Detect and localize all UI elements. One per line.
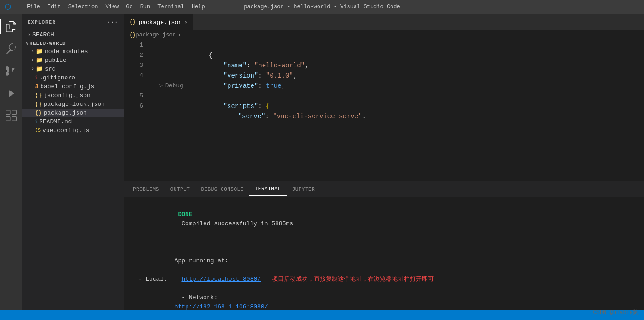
search-arrow-icon: › [28, 32, 30, 37]
sidebar-item-jsconfig[interactable]: {} jsconfig.json [22, 91, 124, 100]
code-line-2: "name": "hello-world", [154, 50, 644, 60]
line-num-debug [127, 81, 143, 91]
main-layout: EXPLORER ··· › SEARCH ∨ HELLO-WORLD › 📁 … [0, 14, 644, 310]
tab-icon: {} [129, 19, 136, 25]
debug-arrow-icon: ▷ [159, 81, 163, 91]
breadcrumb-file: package.json [136, 32, 175, 38]
package-lock-label: package-lock.json [43, 101, 105, 108]
colon: : [258, 72, 266, 79]
code-line-5: "scripts": { [154, 91, 644, 101]
code-line-1: { [154, 40, 644, 50]
sidebar-search-item[interactable]: › SEARCH [22, 30, 124, 40]
tab-jupyter[interactable]: JUPYTER [287, 183, 321, 196]
folder-arrow-icon: › [31, 49, 34, 54]
search-activity-icon[interactable] [0, 38, 22, 60]
indent [209, 82, 223, 90]
sidebar-item-public[interactable]: › 📁 public [22, 56, 124, 65]
title-bar: ⬡ File Edit Selection View Go Run Termin… [0, 0, 644, 14]
comma: , [293, 72, 297, 79]
key-private: "private" [223, 82, 259, 90]
tab-bar: {} package.json ✕ [124, 14, 644, 30]
menu-help[interactable]: Help [188, 2, 209, 12]
breadcrumb-sep: › [178, 32, 181, 38]
sidebar-item-gitignore[interactable]: ℹ .gitignore [22, 73, 124, 82]
key-name: "name" [223, 62, 247, 69]
menu-file[interactable]: File [23, 2, 44, 12]
code-editor[interactable]: 1 2 3 4 5 6 { [124, 40, 644, 181]
colon: : [258, 103, 266, 110]
scripts-brace: { [266, 103, 270, 110]
colon: : [247, 62, 254, 69]
val-version: "0.1.0" [266, 72, 293, 79]
sidebar-header: EXPLORER ··· [22, 14, 124, 30]
done-badge: DONE [175, 211, 196, 218]
sidebar-more-icon[interactable]: ··· [107, 18, 118, 26]
colon: : [258, 82, 266, 90]
local-prefix: - Local: [131, 275, 178, 284]
terminal-content[interactable]: DONE Compiled successfully in 5885ms App… [124, 197, 644, 310]
menu-selection[interactable]: Selection [65, 2, 102, 12]
source-control-activity-icon[interactable] [0, 60, 22, 82]
folder-icon: 📁 [36, 48, 43, 55]
sidebar-item-package-json[interactable]: {} package.json [22, 109, 124, 117]
folder-icon: 📁 [36, 66, 43, 72]
val-true: true [266, 82, 282, 90]
activity-bar [0, 14, 22, 310]
sidebar-item-vue-config[interactable]: JS vue.config.js [22, 126, 124, 135]
term-line-local: - Local: http://localhost:8080/ 项目启动成功，直… [131, 275, 637, 284]
app-running-text: App running at: [175, 257, 229, 264]
tab-close-icon[interactable]: ✕ [185, 19, 187, 25]
json-icon: {} [35, 92, 42, 99]
public-label: public [45, 57, 66, 64]
menu-view[interactable]: View [102, 2, 122, 12]
gitignore-icon: ℹ [35, 74, 37, 81]
sidebar-item-src[interactable]: › 📁 src [22, 65, 124, 73]
sidebar-item-babel[interactable]: B babel.config.js [22, 82, 124, 91]
comma: , [282, 82, 285, 90]
annotation-text: 项目启动成功，直接复制这个地址，在浏览器地址栏打开即可 [265, 275, 434, 284]
panel: PROBLEMS OUTPUT DEBUG CONSOLE TERMINAL J… [124, 181, 644, 310]
folder-open-arrow-icon: ∨ [26, 41, 29, 46]
status-bar [0, 310, 644, 320]
menu-run[interactable]: Run [137, 2, 154, 12]
explorer-activity-icon[interactable] [0, 16, 22, 38]
menu-go[interactable]: Go [122, 2, 136, 12]
jsconfig-label: jsconfig.json [43, 92, 90, 99]
brace-open: { [209, 52, 212, 59]
md-icon: ℹ [35, 118, 37, 125]
breadcrumb-icon: {} [129, 32, 136, 38]
sidebar-item-package-lock[interactable]: {} package-lock.json [22, 100, 124, 109]
tab-debug-console[interactable]: DEBUG CONSOLE [195, 183, 249, 196]
key-serve: "serve" [238, 113, 265, 120]
line-num-3: 3 [127, 60, 143, 71]
folder-arrow-icon: › [31, 66, 34, 72]
gitignore-label: .gitignore [39, 74, 75, 81]
babel-label: babel.config.js [40, 83, 94, 90]
editor-area: {} package.json ✕ {} package.json › … 1 … [124, 14, 644, 310]
network-url[interactable]: http://192.168.1.106:8080/ [175, 303, 268, 310]
network-prefix: - Network: [175, 294, 221, 301]
window-title: package.json - hello-world - Visual Stud… [244, 4, 400, 10]
line-num-6: 6 [127, 101, 143, 111]
menu-bar: File Edit Selection View Go Run Terminal… [23, 2, 209, 12]
sidebar-project-folder[interactable]: ∨ HELLO-WORLD [22, 40, 124, 47]
menu-edit[interactable]: Edit [44, 2, 65, 12]
indent [209, 62, 223, 69]
line-num-5: 5 [127, 91, 143, 101]
json-icon: {} [35, 101, 42, 108]
code-lines: { "name": "hello-world", "version": "0.1… [147, 40, 644, 181]
tab-package-json[interactable]: {} package.json ✕ [124, 14, 193, 30]
colon: : [265, 113, 273, 120]
sidebar-item-readme[interactable]: ℹ README.md [22, 117, 124, 126]
sidebar-title: EXPLORER [28, 19, 56, 25]
search-label: SEARCH [32, 31, 54, 38]
run-activity-icon[interactable] [0, 82, 22, 104]
menu-terminal[interactable]: Terminal [154, 2, 188, 12]
json-icon: {} [35, 110, 42, 116]
sidebar-item-node-modules[interactable]: › 📁 node_modules [22, 47, 124, 56]
local-url[interactable]: http://localhost:8080/ [181, 275, 261, 284]
tab-output[interactable]: OUTPUT [165, 183, 196, 196]
tab-problems[interactable]: PROBLEMS [127, 183, 165, 196]
tab-terminal[interactable]: TERMINAL [249, 182, 287, 196]
extensions-activity-icon[interactable] [0, 104, 22, 127]
